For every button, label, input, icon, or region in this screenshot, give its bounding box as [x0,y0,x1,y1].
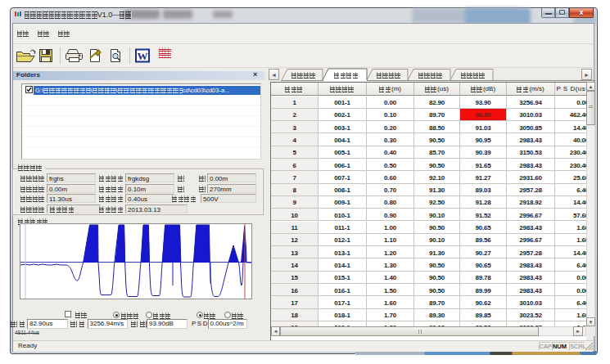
svg-text:W: W [138,50,148,62]
